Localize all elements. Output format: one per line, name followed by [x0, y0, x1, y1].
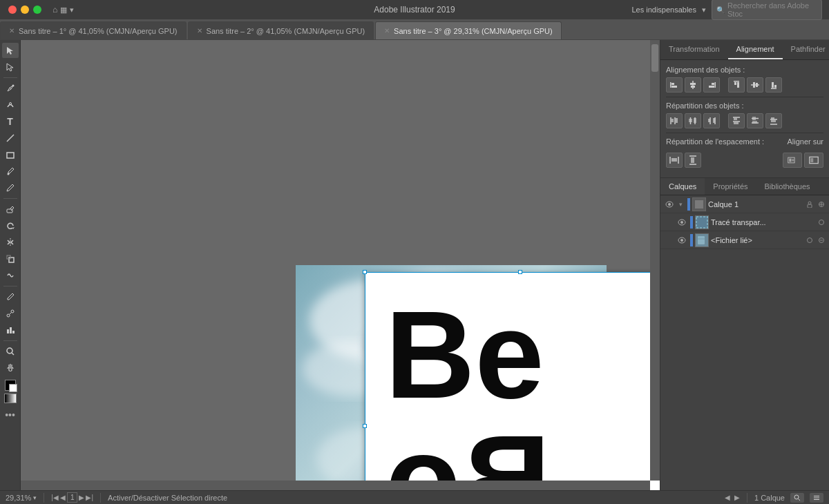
- layer-eye-calque1[interactable]: [663, 198, 676, 211]
- svg-rect-37: [709, 86, 714, 88]
- letter-B-mirrored: B: [461, 417, 551, 490]
- search-box[interactable]: 🔍 Rechercher dans Adobe Stoc: [712, 0, 822, 20]
- eraser-tool[interactable]: [2, 202, 19, 217]
- tab-calques[interactable]: Calques: [660, 178, 705, 195]
- align-top-btn[interactable]: [728, 77, 745, 93]
- scrollbar-thumb-v[interactable]: [651, 44, 658, 72]
- tab-bibliotheques[interactable]: Bibliothèques: [756, 178, 819, 195]
- tab-1[interactable]: ✕ Sans titre – 1° @ 41,05% (CMJN/Aperçu …: [0, 21, 187, 39]
- direct-select-tool[interactable]: [2, 59, 19, 75]
- status-zoom: 29,31% ▾: [6, 494, 37, 502]
- scrollbar-vertical[interactable]: [650, 40, 660, 481]
- grid-icon[interactable]: ▦: [60, 6, 67, 14]
- curvature-tool[interactable]: [2, 97, 19, 113]
- select-tool[interactable]: [2, 43, 19, 58]
- minimize-button[interactable]: [21, 6, 29, 14]
- scroll-right-btn[interactable]: ▶: [734, 494, 740, 501]
- svg-rect-35: [715, 82, 716, 88]
- rotate-tool[interactable]: [2, 218, 19, 233]
- zoom-dropdown-icon[interactable]: ▾: [33, 494, 37, 501]
- gradient-swatch[interactable]: [4, 394, 17, 403]
- nav-next-btn[interactable]: ▶: [79, 494, 84, 501]
- nav-last-btn[interactable]: ▶|: [86, 494, 93, 501]
- tab-3[interactable]: ✕ Sans titre – 3° @ 29,31% (CMJN/Aperçu …: [375, 21, 562, 39]
- tab-close-2[interactable]: ✕: [197, 27, 202, 35]
- maximize-button[interactable]: [33, 6, 41, 14]
- text-row-1: B e: [385, 293, 660, 417]
- letter-o: o: [385, 417, 461, 490]
- distribute-center-v-btn[interactable]: [747, 113, 763, 128]
- layer-color-bar-calque1: [687, 198, 690, 211]
- search-layers-btn[interactable]: [790, 493, 804, 503]
- text-overlay: B e o B: [365, 272, 660, 490]
- distribute-center-h-btn[interactable]: [685, 113, 701, 128]
- tab-close-3[interactable]: ✕: [384, 27, 390, 35]
- pencil-tool[interactable]: [2, 180, 19, 195]
- line-tool[interactable]: [2, 130, 19, 146]
- zoom-value: 29,31%: [6, 494, 31, 502]
- layer-fichier[interactable]: <Fichier lié>: [660, 231, 829, 249]
- tab-close-1[interactable]: ✕: [9, 27, 15, 35]
- warp-tool[interactable]: [2, 268, 19, 283]
- spacing-h-btn[interactable]: [666, 153, 683, 168]
- layers-options-btn[interactable]: [810, 493, 823, 503]
- distribute-left-btn[interactable]: [666, 113, 683, 128]
- layer-options-icon-fichier[interactable]: [817, 235, 826, 245]
- tab-alignement[interactable]: Alignement: [728, 40, 783, 59]
- titlebar-right: Les indispensables ▾ 🔍 Rechercher dans A…: [631, 0, 829, 20]
- canvas-area[interactable]: B e o B: [21, 40, 660, 490]
- align-to-icon2[interactable]: [804, 153, 823, 168]
- distribute-right-btn[interactable]: [703, 113, 720, 128]
- layer-eye-fichier[interactable]: [676, 234, 688, 246]
- home-icon[interactable]: ⌂: [53, 5, 57, 14]
- extra-tools-btn[interactable]: •••: [2, 407, 19, 423]
- align-center-h-btn[interactable]: [685, 77, 701, 93]
- align-to-icon[interactable]: [783, 153, 802, 168]
- tab-2[interactable]: ✕ Sans titre – 2° @ 41,05% (CMJN/Aperçu …: [188, 21, 374, 39]
- layer-calque1[interactable]: ▾ Calque 1: [660, 195, 829, 213]
- blend-tool[interactable]: [2, 306, 19, 321]
- nav-first-btn[interactable]: |◀: [51, 494, 59, 501]
- align-left-btn[interactable]: [666, 77, 683, 93]
- layer-eye-trace[interactable]: [676, 216, 688, 229]
- layer-trace[interactable]: Tracé transpar...: [660, 213, 829, 231]
- distribute-bottom-btn[interactable]: [765, 113, 782, 128]
- pen-tool[interactable]: [2, 81, 19, 96]
- chevron-down-icon[interactable]: ▾: [70, 6, 74, 14]
- color-swatches[interactable]: [5, 380, 16, 391]
- hand-tool[interactable]: [2, 360, 19, 376]
- artboard-input[interactable]: 1: [67, 492, 78, 503]
- tab-proprietes[interactable]: Propriétés: [705, 178, 756, 195]
- close-button[interactable]: [8, 6, 17, 14]
- align-bottom-btn[interactable]: [765, 77, 782, 93]
- paintbrush-tool[interactable]: [2, 164, 19, 179]
- eyedropper-tool[interactable]: [2, 289, 19, 304]
- layer-circle-icon-fichier[interactable]: [805, 235, 814, 245]
- layer-lock-icon-1[interactable]: [805, 200, 814, 209]
- svg-point-4: [7, 173, 9, 175]
- scrollbar-horizontal[interactable]: [21, 481, 650, 490]
- window-buttons: [0, 6, 50, 14]
- rect-tool[interactable]: [2, 147, 19, 162]
- mirror-tool[interactable]: [2, 235, 19, 250]
- nav-prev-btn[interactable]: ◀: [60, 494, 66, 501]
- zoom-tool[interactable]: [2, 344, 19, 359]
- scale-tool[interactable]: [2, 251, 19, 266]
- svg-point-83: [668, 203, 671, 206]
- align-center-v-btn[interactable]: [747, 77, 763, 93]
- tab-pathfinder[interactable]: Pathfinder: [783, 40, 829, 59]
- tab-transformation[interactable]: Transformation: [660, 40, 728, 59]
- spacing-v-btn[interactable]: [685, 153, 701, 168]
- layer-circle-icon-trace[interactable]: [817, 217, 826, 227]
- workspace-dropdown-icon[interactable]: ▾: [702, 6, 706, 14]
- layer-options-icon-1[interactable]: [817, 200, 826, 209]
- search-icon: 🔍: [716, 6, 725, 14]
- align-right-btn[interactable]: [703, 77, 720, 93]
- tab-label-3: Sans titre – 3° @ 29,31% (CMJN/Aperçu GP…: [394, 27, 553, 35]
- layer-expand-calque1[interactable]: ▾: [676, 201, 685, 208]
- distribute-top-btn[interactable]: [728, 113, 745, 128]
- type-tool[interactable]: T: [2, 114, 19, 129]
- column-graph-tool[interactable]: [2, 322, 19, 338]
- scroll-left-btn[interactable]: ◀: [725, 494, 730, 501]
- layer-color-bar-fichier: [690, 234, 693, 246]
